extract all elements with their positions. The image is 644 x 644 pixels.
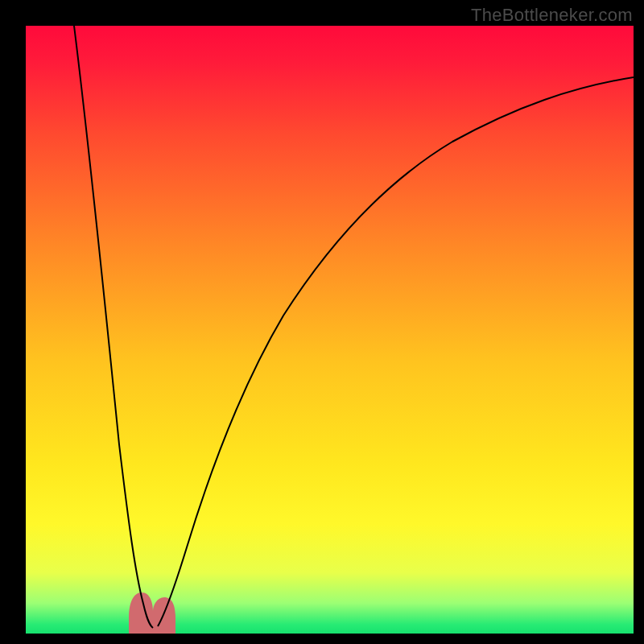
plot-area: [26, 26, 634, 634]
curve-left-branch: [74, 26, 153, 628]
curve-right-branch: [158, 77, 634, 626]
figure-stage: TheBottleneker.com: [0, 0, 644, 644]
curve-layer: [26, 26, 634, 634]
watermark-text: TheBottleneker.com: [471, 5, 633, 26]
